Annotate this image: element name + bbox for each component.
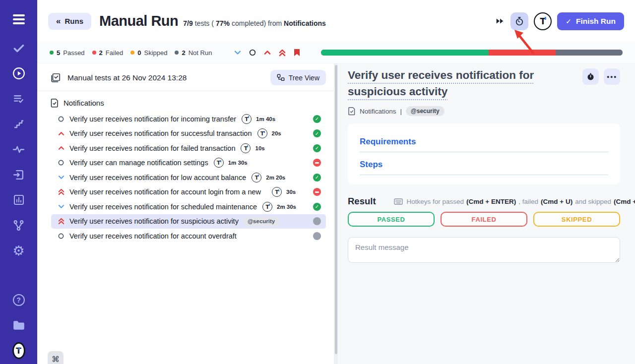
priority-critical-icon bbox=[58, 188, 64, 195]
test-row[interactable]: Verify user receives notification for sc… bbox=[51, 199, 326, 214]
test-duration: 10s bbox=[255, 145, 264, 151]
filter-double-caret-up-icon[interactable] bbox=[279, 49, 286, 57]
main-area: « Runs Manual Run 7/9 tests ( 77% comple… bbox=[37, 0, 635, 364]
failed-dot-icon bbox=[92, 51, 96, 55]
filter-circle-icon[interactable] bbox=[249, 49, 256, 56]
priority-normal-icon bbox=[58, 233, 64, 239]
test-logo-icon bbox=[272, 187, 282, 197]
test-row[interactable]: Verify user receives notification for su… bbox=[51, 126, 326, 141]
tree-view-button[interactable]: Tree View bbox=[270, 70, 326, 85]
skipped-button[interactable]: SKIPPED bbox=[533, 212, 620, 227]
analytics-icon[interactable] bbox=[12, 193, 25, 206]
suite-row-notifications[interactable]: Notifications bbox=[49, 97, 326, 112]
result-header: Result Hotkeys for passed (Cmd + ENTER) … bbox=[348, 196, 620, 207]
failed-count[interactable]: 2Failed bbox=[92, 49, 124, 57]
notrun-dot-icon bbox=[175, 51, 179, 55]
status-notrun-icon bbox=[313, 232, 321, 240]
result-heading: Result bbox=[348, 196, 376, 207]
finish-run-label: Finish Run bbox=[576, 17, 616, 26]
import-icon[interactable] bbox=[12, 168, 25, 181]
status-passed-icon bbox=[313, 203, 321, 211]
failed-button[interactable]: FAILED bbox=[441, 212, 527, 227]
result-message-input[interactable] bbox=[348, 237, 620, 263]
test-title: Verify user receives notification for in… bbox=[69, 115, 236, 123]
vertical-scrollbar bbox=[334, 63, 338, 364]
status-failed-icon bbox=[313, 159, 321, 167]
skipped-label: Skipped bbox=[144, 49, 168, 57]
steps-icon[interactable] bbox=[12, 118, 25, 130]
test-logo-icon bbox=[214, 158, 224, 168]
priority-high-icon bbox=[58, 146, 64, 150]
ellipsis-icon: ●●● bbox=[607, 74, 617, 79]
settings-gear-icon[interactable]: ⚙ bbox=[12, 244, 25, 257]
timer-button[interactable] bbox=[510, 12, 528, 30]
test-row-selected[interactable]: Verify user receives notification for su… bbox=[51, 214, 326, 229]
run-suite-name: Notifications bbox=[284, 19, 326, 27]
double-chevron-left-icon: « bbox=[56, 16, 61, 26]
requirements-link[interactable]: Requirements bbox=[360, 137, 608, 152]
tests-word: tests ( bbox=[195, 19, 214, 27]
tree-view-icon bbox=[277, 74, 285, 82]
fast-forward-icon[interactable] bbox=[495, 17, 505, 25]
detail-more-button[interactable]: ●●● bbox=[604, 68, 620, 85]
detail-meta: Notifications | @security bbox=[348, 106, 620, 116]
scrollbar-thumb[interactable] bbox=[335, 65, 337, 354]
projects-folder-icon[interactable] bbox=[12, 319, 25, 332]
detail-timer-button[interactable] bbox=[582, 68, 599, 85]
tests-check-icon[interactable] bbox=[12, 42, 25, 55]
test-row[interactable]: Verify user can manage notification sett… bbox=[51, 156, 326, 171]
pulse-icon[interactable] bbox=[12, 143, 25, 156]
test-title: Verify user receives notification for su… bbox=[69, 217, 239, 225]
check-icon: ✓ bbox=[566, 17, 572, 25]
test-logo-icon bbox=[257, 128, 267, 138]
status-failed-icon bbox=[313, 188, 321, 196]
passed-count[interactable]: 5Passed bbox=[50, 49, 85, 57]
test-logo-icon bbox=[252, 173, 261, 182]
app-logo-icon[interactable]: T bbox=[12, 344, 25, 357]
test-title: Verify user receives notification for lo… bbox=[69, 174, 246, 182]
test-logo-icon bbox=[262, 202, 272, 212]
failed-label: Failed bbox=[106, 49, 123, 57]
test-row[interactable]: Verify user receives notification for ac… bbox=[51, 229, 326, 243]
branch-icon[interactable] bbox=[12, 219, 25, 232]
help-icon[interactable]: ? bbox=[12, 294, 25, 306]
tests-ratio: 7/9 bbox=[183, 19, 192, 27]
skipped-count[interactable]: 0Skipped bbox=[130, 49, 167, 57]
notrun-count[interactable]: 2Not Run bbox=[175, 49, 212, 57]
filter-bookmark-icon[interactable] bbox=[294, 49, 300, 57]
tree-view-label: Tree View bbox=[289, 74, 319, 82]
run-title: Manual tests at 26 Nov 2024 13:28 bbox=[67, 73, 187, 82]
account-logo-icon[interactable]: T bbox=[534, 12, 552, 30]
runs-play-icon[interactable] bbox=[12, 67, 25, 80]
test-row[interactable]: Verify user receives notification for ac… bbox=[51, 185, 326, 200]
progress-segment-passed bbox=[321, 50, 489, 56]
finish-run-button[interactable]: ✓ Finish Run bbox=[557, 12, 624, 30]
menu-icon[interactable] bbox=[12, 13, 25, 26]
back-to-runs-button[interactable]: « Runs bbox=[48, 13, 91, 30]
hotkeys-hint: Hotkeys for passed (Cmd + ENTER) , faile… bbox=[394, 198, 635, 205]
detail-title-link[interactable]: Verify user receives notification for su… bbox=[348, 67, 582, 100]
progress-bar bbox=[321, 50, 623, 56]
sections-card: Requirements Steps bbox=[348, 123, 620, 184]
test-duration: 1m 30s bbox=[228, 160, 248, 166]
test-title: Verify user receives notification for ac… bbox=[69, 188, 261, 196]
test-row[interactable]: Verify user receives notification for fa… bbox=[51, 141, 326, 156]
filter-chevron-down-icon[interactable] bbox=[234, 50, 241, 55]
test-duration: 2m 30s bbox=[277, 204, 296, 210]
progress-segment-not_run bbox=[556, 50, 623, 56]
timer-button-wrap bbox=[510, 12, 528, 30]
notrun-label: Not Run bbox=[189, 49, 212, 57]
skipped-dot-icon bbox=[130, 51, 134, 55]
percent-completed: 77% bbox=[216, 19, 230, 27]
detail-tag[interactable]: @security bbox=[406, 106, 444, 116]
detail-suite-link[interactable]: Notifications bbox=[360, 108, 396, 115]
topbar-actions: T ✓ Finish Run bbox=[495, 12, 624, 30]
passed-value: 5 bbox=[57, 49, 60, 57]
passed-button[interactable]: PASSED bbox=[348, 212, 435, 227]
filter-caret-up-icon[interactable] bbox=[264, 50, 271, 55]
test-row[interactable]: Verify user receives notification for lo… bbox=[51, 170, 326, 185]
hotkeys-cmd-button[interactable]: ⌘ bbox=[48, 351, 64, 364]
test-plans-icon[interactable] bbox=[12, 92, 25, 105]
test-row[interactable]: Verify user receives notification for in… bbox=[51, 112, 326, 126]
steps-link[interactable]: Steps bbox=[360, 160, 608, 175]
